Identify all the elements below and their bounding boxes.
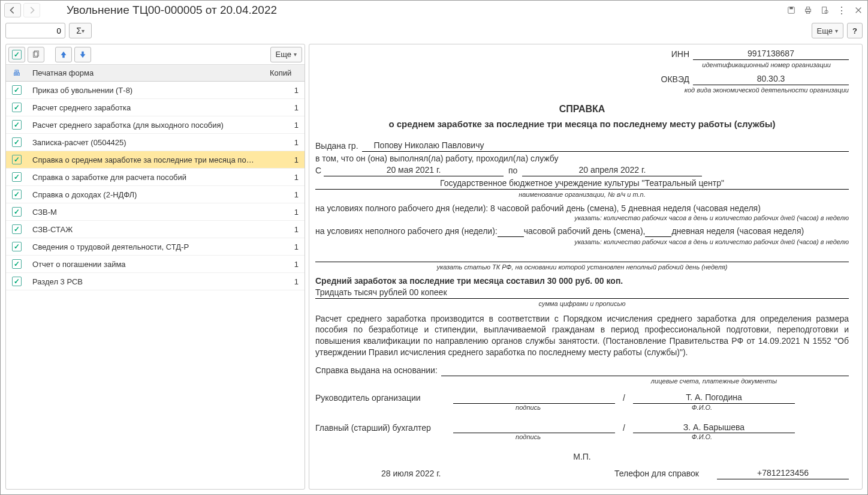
checkbox-icon[interactable]: ✓ xyxy=(12,190,22,199)
parttime-row: на условиях неполного рабочего дня (неде… xyxy=(315,226,849,237)
parttime-sub: указать: количество рабочих часов в день… xyxy=(315,238,849,247)
acct-label: Главный (старший) бухгалтер xyxy=(315,422,447,434)
print-form-label: Расчет среднего заработка (для выходного… xyxy=(28,121,281,130)
basis-article-line xyxy=(315,250,849,262)
stamp: М.П. xyxy=(315,451,849,463)
print-form-copies: 1 xyxy=(281,121,305,130)
phone-value: +7812123456 xyxy=(717,467,849,479)
acct-name: З. А. Барышева xyxy=(633,422,795,434)
doc-subtitle: о среднем заработке за последние три мес… xyxy=(315,118,849,130)
print-form-label: Раздел 3 РСВ xyxy=(28,277,281,286)
arrow-down-icon xyxy=(79,50,87,59)
fulltime-text: на условиях полного рабочего дня (недели… xyxy=(315,203,849,214)
print-form-row[interactable]: ✓Справка о заработке для расчета пособий… xyxy=(6,169,305,186)
from-label: С xyxy=(315,165,324,176)
more-button-left[interactable]: Еще xyxy=(270,47,302,62)
move-up-button[interactable] xyxy=(55,47,72,62)
org-sub: наименование организации, № в/ч и т.п. xyxy=(315,190,849,199)
inn-value: 9917138687 xyxy=(693,48,849,60)
column-header-copies[interactable]: Копий xyxy=(266,68,305,77)
nav-back-button[interactable] xyxy=(4,3,21,17)
document-preview-panel: ИНН 9917138687 идентификационный номер о… xyxy=(309,44,863,490)
close-icon[interactable] xyxy=(853,5,864,16)
print-form-row[interactable]: ✓Справка о среднем заработке за последни… xyxy=(6,151,305,169)
print-form-label: Приказ об увольнении (Т-8) xyxy=(28,86,281,95)
print-form-label: Справка о среднем заработке за последние… xyxy=(28,155,281,164)
print-form-label: Записка-расчет (0504425) xyxy=(28,138,281,147)
inn-label: ИНН xyxy=(651,49,693,60)
svg-rect-3 xyxy=(806,7,809,10)
print-form-copies: 1 xyxy=(281,208,305,217)
okved-sub: код вида экономической деятельности орга… xyxy=(315,86,849,95)
save-icon[interactable] xyxy=(786,5,797,16)
arrow-left-icon xyxy=(8,6,17,14)
print-form-row[interactable]: ✓Справка о доходах (2-НДФЛ)1 xyxy=(6,186,305,203)
checkbox-icon[interactable]: ✓ xyxy=(12,224,22,234)
head-name: Т. А. Погодина xyxy=(633,392,795,404)
print-form-row[interactable]: ✓Расчет среднего заработка (для выходног… xyxy=(6,116,305,134)
checkbox-icon[interactable]: ✓ xyxy=(12,85,22,95)
basis-label: Справка выдана на основании: xyxy=(315,365,441,376)
print-icon[interactable] xyxy=(803,5,813,16)
print-form-row[interactable]: ✓СЗВ-СТАЖ1 xyxy=(6,221,305,238)
print-form-copies: 1 xyxy=(281,242,305,251)
print-form-row[interactable]: ✓Раздел 3 РСВ1 xyxy=(6,273,305,290)
okved-value: 80.30.3 xyxy=(693,73,849,85)
print-header-icon[interactable]: 🖶 xyxy=(13,68,20,77)
checkbox-icon[interactable]: ✓ xyxy=(12,137,22,147)
basis-line xyxy=(441,364,849,376)
checkbox-icon[interactable]: ✓ xyxy=(12,207,22,217)
checkbox-icon[interactable]: ✓ xyxy=(12,155,22,164)
print-form-row[interactable]: ✓Записка-расчет (0504425)1 xyxy=(6,134,305,151)
checkbox-icon[interactable]: ✓ xyxy=(12,103,22,112)
column-header-form[interactable]: Печатная форма xyxy=(28,68,266,77)
avg-title: Средний заработок за последние три месяц… xyxy=(315,275,849,287)
checkbox-icon[interactable]: ✓ xyxy=(12,120,22,130)
print-form-copies: 1 xyxy=(281,138,305,147)
print-form-row[interactable]: ✓Сведения о трудовой деятельности, СТД-Р… xyxy=(6,238,305,256)
print-form-row[interactable]: ✓Расчет среднего заработка1 xyxy=(6,99,305,116)
basis-sub2: лицевые счета, платежные документы xyxy=(315,377,849,386)
kebab-menu-icon[interactable]: ⋮ xyxy=(836,5,847,16)
nav-forward-button[interactable] xyxy=(23,3,40,17)
print-form-copies: 1 xyxy=(281,190,305,199)
copy-button[interactable] xyxy=(28,47,44,62)
sigma-button[interactable]: Σ xyxy=(69,23,92,38)
checkbox-icon[interactable]: ✓ xyxy=(12,172,22,182)
print-forms-panel: ✓ Еще 🖶 Печатная форма Копий ✓Приказ об … xyxy=(5,44,305,490)
checkbox-icon[interactable]: ✓ xyxy=(12,277,22,286)
print-form-copies: 1 xyxy=(281,86,305,95)
head-sign-line xyxy=(453,392,615,404)
arrow-up-icon xyxy=(59,50,68,59)
move-down-button[interactable] xyxy=(74,47,91,62)
avg-sub: сумма цифрами и прописью xyxy=(315,299,849,308)
to-label: по xyxy=(504,165,522,176)
print-form-copies: 1 xyxy=(281,225,305,234)
issued-name: Попову Николаю Павловичу xyxy=(362,140,849,152)
print-form-label: Справка о заработке для расчета пособий xyxy=(28,173,281,182)
from-date: 20 мая 2021 г. xyxy=(324,164,504,176)
print-form-row[interactable]: ✓СЗВ-М1 xyxy=(6,203,305,221)
print-form-row[interactable]: ✓Приказ об увольнении (Т-8)1 xyxy=(6,82,305,99)
work-text: в том, что он (она) выполнял(ла) работу,… xyxy=(315,153,849,164)
print-form-row[interactable]: ✓Отчет о погашении займа1 xyxy=(6,256,305,273)
checkbox-icon[interactable]: ✓ xyxy=(12,242,22,251)
print-form-copies: 1 xyxy=(281,103,305,112)
more-button-top[interactable]: Еще xyxy=(812,23,843,38)
window-title: Увольнение ТЦ00-000005 от 20.04.2022 xyxy=(67,4,786,17)
print-form-label: СЗВ-СТАЖ xyxy=(28,225,281,234)
help-button[interactable]: ? xyxy=(847,23,863,38)
head-label: Руководитель организации xyxy=(315,392,447,404)
preview-icon[interactable] xyxy=(819,5,830,16)
print-form-copies: 1 xyxy=(281,173,305,182)
print-form-label: Расчет среднего заработка xyxy=(28,103,281,112)
svg-rect-1 xyxy=(789,7,792,10)
issued-label: Выдана гр. xyxy=(315,140,362,152)
document-scroll[interactable]: ИНН 9917138687 идентификационный номер о… xyxy=(309,44,862,489)
print-form-copies: 1 xyxy=(281,155,305,164)
print-form-copies: 1 xyxy=(281,277,305,286)
fulltime-sub: указать: количество рабочих часов в день… xyxy=(315,214,849,223)
numeric-input[interactable] xyxy=(5,23,65,38)
checkbox-icon[interactable]: ✓ xyxy=(12,259,22,269)
check-all-button[interactable]: ✓ xyxy=(8,47,25,62)
